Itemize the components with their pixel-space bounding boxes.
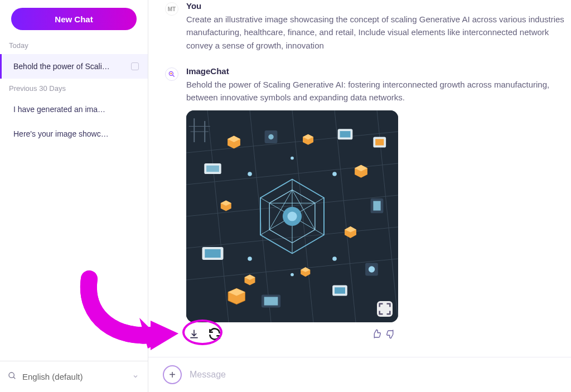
- language-selector[interactable]: English (default): [0, 361, 148, 392]
- thumbs-up-icon: [371, 329, 381, 339]
- message-text: Behold the power of Scaling Generative A…: [186, 78, 571, 104]
- regenerate-button[interactable]: [207, 327, 222, 341]
- expand-icon: [377, 301, 393, 317]
- svg-line-1: [13, 377, 15, 379]
- svg-point-25: [287, 212, 297, 221]
- section-label-previous: Previous 30 Days: [0, 79, 148, 97]
- svg-point-0: [9, 372, 14, 378]
- composer: +: [148, 357, 571, 392]
- language-label: English (default): [22, 372, 83, 381]
- svg-rect-47: [340, 131, 351, 137]
- sidebar-item-active[interactable]: Behold the power of Scali…: [0, 54, 148, 79]
- section-label-today: Today: [0, 36, 148, 54]
- expand-image-button[interactable]: [377, 301, 393, 317]
- sidebar: New Chat Today Behold the power of Scali…: [0, 0, 148, 392]
- sidebar-item[interactable]: Here's your image showc…: [0, 122, 148, 146]
- message-user: MT You Create an illustrative image show…: [148, 0, 571, 57]
- add-attachment-button[interactable]: +: [163, 365, 182, 384]
- avatar: [165, 67, 178, 81]
- plus-icon: +: [169, 369, 176, 381]
- sidebar-item-label: I have generated an ima…: [13, 105, 105, 114]
- svg-point-45: [268, 134, 274, 140]
- svg-point-69: [291, 273, 294, 277]
- svg-rect-51: [205, 249, 221, 258]
- thumbs-down-icon: [386, 329, 396, 339]
- regenerate-icon: [207, 327, 222, 341]
- message-input[interactable]: [190, 370, 560, 380]
- message-text: Create an illustrative image showcasing …: [186, 13, 571, 52]
- download-button[interactable]: [188, 328, 200, 340]
- svg-rect-43: [206, 166, 219, 172]
- sidebar-item[interactable]: I have generated an ima…: [0, 97, 148, 122]
- svg-rect-53: [264, 297, 278, 306]
- svg-line-3: [173, 75, 175, 77]
- download-icon: [188, 328, 200, 340]
- svg-point-68: [291, 157, 294, 160]
- message-list: MT You Create an illustrative image show…: [148, 0, 571, 357]
- message-bot: ImageChat Behold the power of Scaling Ge…: [148, 65, 571, 347]
- svg-point-65: [332, 172, 337, 176]
- sidebar-item-label: Here's your image showc…: [13, 129, 109, 138]
- svg-rect-49: [373, 201, 380, 211]
- svg-point-4: [170, 72, 172, 74]
- svg-point-66: [248, 257, 252, 261]
- image-actions: [186, 322, 398, 341]
- search-icon: [8, 371, 17, 382]
- sidebar-item-label: Behold the power of Scali…: [13, 62, 110, 71]
- svg-rect-55: [335, 288, 345, 294]
- message-sender-name: ImageChat: [186, 66, 571, 76]
- thumbs-up-button[interactable]: [371, 329, 381, 339]
- main-content: MT You Create an illustrative image show…: [148, 0, 571, 392]
- generated-image-content: [186, 110, 398, 322]
- svg-point-64: [248, 172, 252, 176]
- new-chat-button[interactable]: New Chat: [11, 8, 137, 30]
- message-sender-name: You: [186, 1, 571, 11]
- svg-rect-59: [375, 139, 384, 146]
- svg-point-67: [332, 257, 337, 261]
- avatar: MT: [165, 2, 178, 16]
- chevron-down-icon: [132, 372, 139, 381]
- generated-image[interactable]: [186, 110, 398, 322]
- checkbox-icon[interactable]: [131, 62, 139, 70]
- thumbs-down-button[interactable]: [386, 329, 396, 339]
- svg-point-57: [369, 267, 375, 273]
